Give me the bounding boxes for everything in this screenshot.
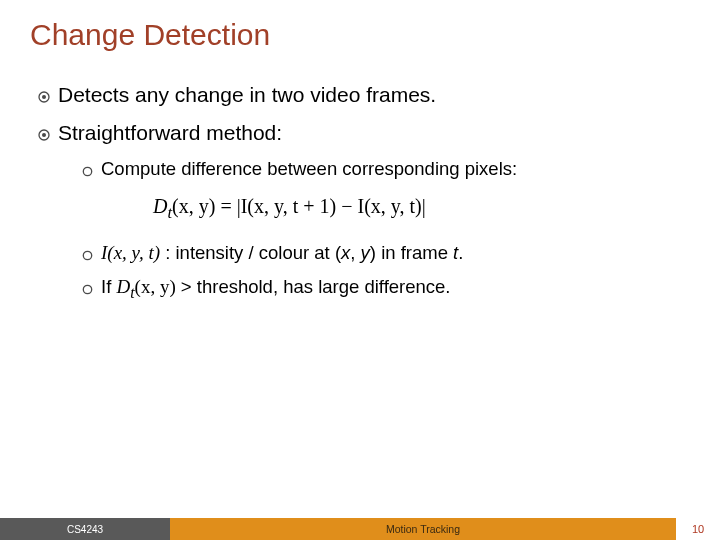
svg-point-4 (83, 167, 91, 175)
footer-page-number: 10 (676, 518, 720, 540)
text-span: : intensity / colour at ( (160, 242, 341, 263)
bullet-text: Straightforward method: (58, 120, 282, 146)
inline-math: D (116, 276, 130, 297)
inline-math: I(x, y, t) (101, 242, 160, 263)
svg-point-1 (42, 95, 46, 99)
formula-part: (x, y) = |I(x, y, t + 1) − I(x, y, t)| (172, 195, 426, 217)
bullet-level2: Compute difference between corresponding… (82, 157, 690, 181)
svg-point-6 (83, 285, 91, 293)
target-bullet-icon (38, 127, 50, 145)
footer-course-code: CS4243 (0, 518, 170, 540)
bullet-text: Compute difference between corresponding… (101, 157, 517, 180)
content-area: Detects any change in two video frames. … (38, 70, 690, 302)
inline-math: (x, y) (135, 276, 176, 297)
circle-bullet-icon (82, 247, 93, 265)
bullet-text: If Dt(x, y) > threshold, has large diffe… (101, 275, 450, 303)
target-bullet-icon (38, 89, 50, 107)
text-span: , (350, 242, 360, 263)
slide-title: Change Detection (30, 18, 270, 52)
text-span: y (361, 242, 370, 263)
bullet-level2: I(x, y, t) : intensity / colour at (x, y… (82, 241, 690, 265)
svg-point-5 (83, 251, 91, 259)
bullet-level1: Detects any change in two video frames. (38, 82, 690, 108)
text-span: If (101, 276, 116, 297)
footer-title: Motion Tracking (170, 518, 676, 540)
text-span: . (458, 242, 463, 263)
circle-bullet-icon (82, 281, 93, 299)
circle-bullet-icon (82, 163, 93, 181)
bullet-text: Detects any change in two video frames. (58, 82, 436, 108)
bullet-level2: If Dt(x, y) > threshold, has large diffe… (82, 275, 690, 303)
footer: CS4243 Motion Tracking 10 (0, 514, 720, 540)
slide: Change Detection Detects any change in t… (0, 0, 720, 540)
text-span: > threshold, has large difference. (176, 276, 451, 297)
bullet-text: I(x, y, t) : intensity / colour at (x, y… (101, 241, 463, 265)
bullet-level1: Straightforward method: (38, 120, 690, 146)
text-span: ) in frame (370, 242, 453, 263)
text-span: x (341, 242, 350, 263)
svg-point-3 (42, 133, 46, 137)
formula-part: D (153, 195, 167, 217)
formula: Dt(x, y) = |I(x, y, t + 1) − I(x, y, t)| (153, 195, 690, 223)
